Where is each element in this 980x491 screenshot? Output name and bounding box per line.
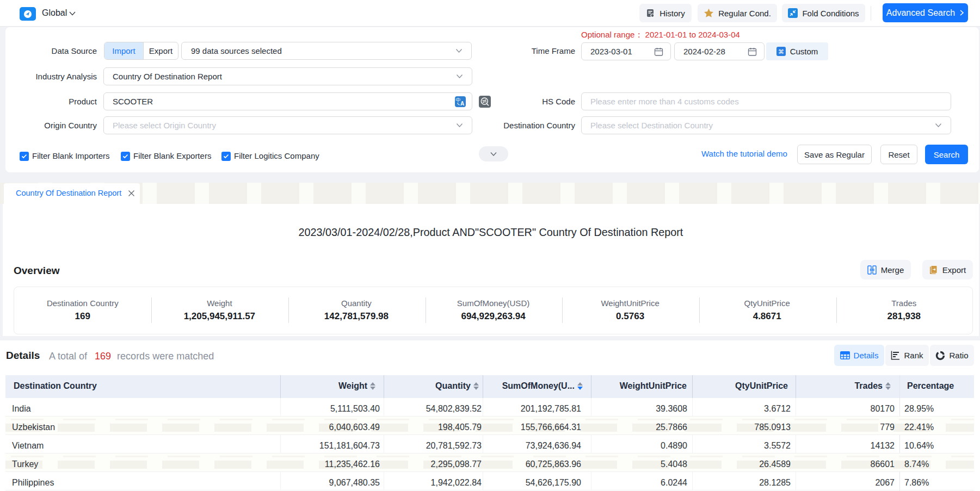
svg-text:A: A — [460, 101, 464, 107]
svg-text:⌘: ⌘ — [778, 48, 784, 55]
